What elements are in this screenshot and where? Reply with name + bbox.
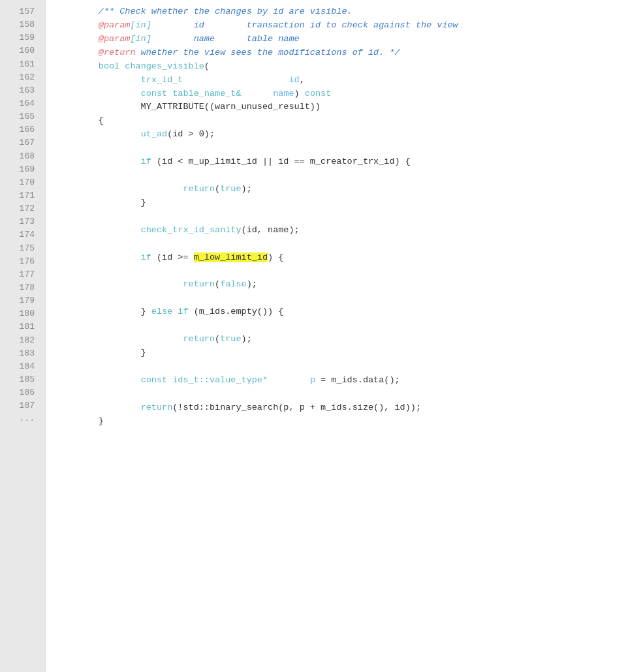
ln-185: 185 [7, 373, 39, 386]
ln-169: 169 [7, 163, 39, 176]
code-line-163: const table_name_t& name) const [56, 87, 633, 101]
code-line-179: } else if (m_ids.empty()) { [56, 305, 633, 319]
code-line-169 [56, 169, 633, 183]
ln-161: 161 [7, 58, 39, 71]
code-line-157: /** Check whether the changes by id are … [56, 5, 633, 19]
code-line-178 [56, 292, 633, 305]
code-line-180 [56, 319, 633, 333]
ln-186: 186 [7, 386, 39, 399]
code-line-183 [56, 360, 633, 374]
code-line-187: } [56, 415, 633, 429]
code-line-172 [56, 210, 633, 224]
ln-173: 173 [7, 215, 39, 228]
code-line-170: return(true); [56, 183, 633, 196]
code-line-181: return(true); [56, 333, 633, 346]
code-line-186: return(!std::binary_search(p, p + m_ids.… [56, 401, 633, 415]
ln-166: 166 [7, 123, 39, 136]
ln-182: 182 [7, 334, 39, 347]
code-line-164: MY_ATTRIBUTE((warn_unused_result)) [56, 100, 633, 114]
code-line-end [56, 429, 633, 442]
code-line-174 [56, 237, 633, 251]
ln-159: 159 [7, 31, 39, 44]
code-line-176 [56, 265, 633, 279]
ln-178: 178 [7, 281, 39, 294]
ln-176: 176 [7, 255, 39, 268]
ln-158: 158 [7, 18, 39, 31]
ln-179: 179 [7, 294, 39, 307]
line-numbers: 157 158 159 160 161 162 163 164 165 166 … [0, 0, 46, 672]
code-line-182: } [56, 346, 633, 360]
code-line-185 [56, 388, 633, 401]
code-line-161: bool changes_visible( [56, 60, 633, 74]
ln-160: 160 [7, 44, 39, 57]
ln-177: 177 [7, 268, 39, 281]
code-line-167 [56, 142, 633, 155]
ln-157: 157 [7, 5, 39, 18]
code-line-171: } [56, 196, 633, 210]
code-line-160: @return whether the view sees the modifi… [56, 46, 633, 60]
ln-170: 170 [7, 176, 39, 189]
ln-163: 163 [7, 84, 39, 97]
ln-188: ... [7, 412, 39, 425]
code-content[interactable]: /** Check whether the changes by id are … [46, 0, 643, 672]
ln-174: 174 [7, 228, 39, 241]
ln-184: 184 [7, 360, 39, 373]
code-line-159: @param[in] name table name [56, 33, 633, 46]
code-line-166: ut_ad(id > 0); [56, 128, 633, 142]
ln-165: 165 [7, 110, 39, 123]
ln-168: 168 [7, 150, 39, 163]
code-line-165: { [56, 114, 633, 128]
code-line-177: return(false); [56, 278, 633, 292]
ln-183: 183 [7, 347, 39, 360]
code-line-173: check_trx_id_sanity(id, name); [56, 224, 633, 237]
ln-162: 162 [7, 71, 39, 84]
ln-167: 167 [7, 136, 39, 149]
ln-180: 180 [7, 307, 39, 320]
code-line-175: if (id >= m_low_limit_id) { [56, 251, 633, 265]
code-container: 157 158 159 160 161 162 163 164 165 166 … [0, 0, 643, 672]
ln-181: 181 [7, 320, 39, 333]
ln-164: 164 [7, 97, 39, 110]
ln-171: 171 [7, 189, 39, 202]
ln-172: 172 [7, 202, 39, 215]
ln-187: 187 [7, 399, 39, 412]
ln-175: 175 [7, 242, 39, 255]
code-line-158: @param[in] id transaction id to check ag… [56, 19, 633, 33]
code-line-168: if (id < m_up_limit_id || id == m_creato… [56, 155, 633, 169]
code-line-184: const ids_t::value_type* p = m_ids.data(… [56, 374, 633, 388]
code-line-162: trx_id_t id, [56, 74, 633, 87]
